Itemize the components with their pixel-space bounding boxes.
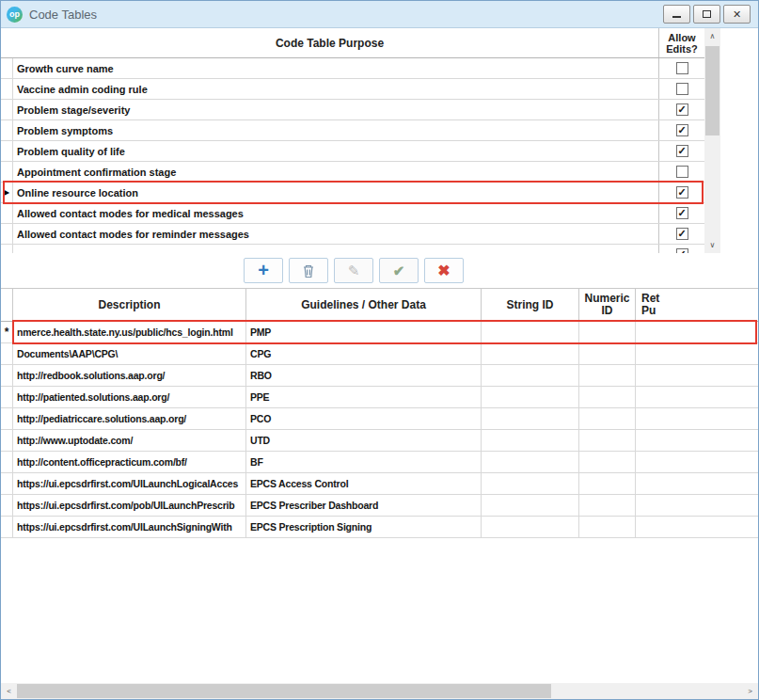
allow-edits-column-header[interactable]: Allow Edits? [659,28,704,57]
code-table-row-label[interactable]: Appointment confirmation stage [13,162,659,182]
allow-edits-cell[interactable] [659,183,704,202]
allow-edits-checkbox[interactable] [676,83,688,95]
detail-table-row[interactable]: http://www.uptodate.com/ UTD [1,430,758,452]
vertical-scroll-thumb[interactable] [705,46,719,135]
detail-header-cell[interactable]: Description [13,289,246,321]
cell-numeric-id[interactable] [579,452,636,472]
code-table-row-label[interactable]: Growth curve name [13,58,659,78]
code-table-row[interactable]: Allowed contact modes for reminder messa… [1,224,704,245]
cell-guidelines[interactable]: EPCS Access Control [246,473,482,494]
code-table-row-label[interactable]: Problem stage/severity [13,100,659,119]
cell-guidelines[interactable]: EPCS Prescriber Dashboard [246,495,482,516]
cell-numeric-id[interactable] [579,430,636,451]
cell-description[interactable]: http://www.uptodate.com/ [13,430,246,451]
detail-table-row[interactable]: http://redbook.solutions.aap.org/ RBO [1,365,758,387]
allow-edits-cell[interactable] [659,245,704,253]
cell-numeric-id[interactable] [579,387,636,407]
detail-table-row[interactable]: https://ui.epcsdrfirst.com/UILaunchSigni… [1,517,758,538]
cell-string-id[interactable] [482,365,579,386]
purpose-column-header[interactable]: Code Table Purpose [1,28,659,57]
code-table-row-label[interactable]: Vaccine admin coding rule [13,79,659,99]
delete-record-button[interactable] [289,258,328,283]
cell-string-id[interactable] [482,322,579,342]
cell-retired[interactable] [636,473,758,494]
cell-description[interactable]: http://pediatriccare.solutions.aap.org/ [13,408,246,429]
cell-guidelines[interactable]: PCO [246,408,482,429]
code-table-row-label[interactable]: Allowed contact modes for reminder messa… [13,224,659,244]
cell-guidelines[interactable]: RBO [246,365,482,386]
code-table-row-label[interactable]: Allowed contact modes for medical messag… [13,203,659,223]
close-button[interactable]: ✕ [723,5,751,24]
cell-string-id[interactable] [482,430,579,451]
cell-numeric-id[interactable] [579,365,636,386]
cell-description[interactable]: http://redbook.solutions.aap.org/ [13,365,246,386]
allow-edits-checkbox[interactable] [676,186,688,199]
allow-edits-checkbox[interactable] [676,228,688,240]
cell-guidelines[interactable]: CPG [246,343,482,364]
edit-record-button[interactable]: ✎ [334,258,373,283]
allow-edits-cell[interactable] [659,58,704,78]
add-record-button[interactable]: + [244,258,283,283]
allow-edits-cell[interactable] [659,162,704,182]
cell-string-id[interactable] [482,473,579,494]
code-table-row[interactable]: Problem stage/severity [1,100,704,120]
cell-string-id[interactable] [482,517,579,537]
cell-guidelines[interactable]: PMP [246,322,482,342]
code-table-row-label[interactable]: Problem quality of life [13,141,659,161]
cell-guidelines[interactable]: EPCS Prescription Signing [246,517,482,537]
allow-edits-checkbox[interactable] [676,62,688,74]
vertical-scrollbar[interactable]: ∧ ∨ [704,28,720,253]
detail-header-cell[interactable]: String ID [482,289,579,321]
allow-edits-cell[interactable] [659,141,704,161]
cell-retired[interactable] [636,517,758,537]
cell-retired[interactable] [636,343,758,364]
detail-table-row[interactable]: http://pediatriccare.solutions.aap.org/ … [1,408,758,430]
scroll-up-button[interactable]: ∧ [704,28,720,44]
allow-edits-checkbox[interactable] [676,166,688,178]
allow-edits-checkbox[interactable] [676,103,688,116]
cell-guidelines[interactable]: PPE [246,387,482,407]
code-table-row[interactable]: Allowed contact modes for medical messag… [1,203,704,224]
detail-header-cell[interactable]: Ret Pu [636,289,758,321]
cell-retired[interactable] [636,408,758,429]
cell-retired[interactable] [636,365,758,386]
detail-header-cell[interactable]: Numeric ID [579,289,636,321]
cell-retired[interactable] [636,387,758,407]
code-table-row-label[interactable] [13,245,659,253]
cell-retired[interactable] [636,322,758,342]
post-record-button[interactable]: ✔ [379,258,419,283]
cell-description[interactable]: http://content.officepracticum.com/bf/ [13,452,246,472]
detail-table-row[interactable]: * nmerce.health.state.ny.us/public/hcs_l… [1,322,758,343]
code-table-row[interactable]: Vaccine admin coding rule [1,79,704,100]
cell-description[interactable]: nmerce.health.state.ny.us/public/hcs_log… [13,322,246,342]
maximize-button[interactable] [693,5,720,24]
title-bar[interactable]: op Code Tables ✕ [1,1,758,28]
allow-edits-cell[interactable] [659,203,704,223]
cell-guidelines[interactable]: BF [246,452,482,472]
allow-edits-checkbox[interactable] [676,145,688,157]
detail-table-row[interactable]: http://content.officepracticum.com/bf/ B… [1,452,758,473]
detail-table-row[interactable]: Documents\AAP\CPG\ CPG [1,343,758,365]
detail-table-row[interactable]: https://ui.epcsdrfirst.com/pob/UILaunchP… [1,495,758,517]
cell-description[interactable]: https://ui.epcsdrfirst.com/pob/UILaunchP… [13,495,246,516]
code-table-row-label[interactable]: Online resource location [13,183,659,202]
code-table-row[interactable]: Appointment confirmation stage [1,162,704,183]
detail-table-row[interactable]: https://ui.epcsdrfirst.com/UILaunchLogic… [1,473,758,495]
cell-retired[interactable] [636,430,758,451]
code-table-row[interactable]: Growth curve name [1,58,704,79]
allow-edits-checkbox[interactable] [676,207,688,219]
cell-numeric-id[interactable] [579,495,636,516]
allow-edits-checkbox[interactable] [676,124,688,136]
cell-description[interactable]: https://ui.epcsdrfirst.com/UILaunchSigni… [13,517,246,537]
cell-retired[interactable] [636,495,758,516]
cell-numeric-id[interactable] [579,322,636,342]
detail-table-row[interactable]: http://patiented.solutions.aap.org/ PPE [1,387,758,408]
minimize-button[interactable] [663,5,690,24]
code-table-row[interactable] [1,245,704,253]
code-table-row-label[interactable]: Problem symptoms [13,120,659,140]
scroll-left-button[interactable]: < [1,683,17,699]
code-table-row[interactable]: ▶ Online resource location [1,183,704,203]
cell-guidelines[interactable]: UTD [246,430,482,451]
allow-edits-cell[interactable] [659,120,704,140]
cell-description[interactable]: http://patiented.solutions.aap.org/ [13,387,246,407]
